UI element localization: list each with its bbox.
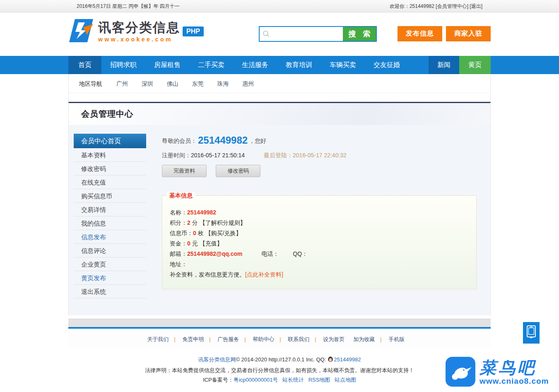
watermark-title: 菜鸟吧 [479,359,549,377]
search-icon [263,30,270,39]
footer-link[interactable]: 设为首页 [323,336,345,342]
stat-link[interactable]: RSS地图 [308,377,330,383]
coin-value: 0 [193,230,196,236]
sidebar-item[interactable]: 退出系统 [74,285,146,298]
footer-link[interactable]: 关于我们 [147,336,169,342]
region-nav: 地区导航 广州 深圳 佛山 东莞 珠海 惠州 [69,74,490,93]
city-link[interactable]: 惠州 [242,74,254,93]
nav-right-items: 新闻 黄页 [429,56,491,74]
cniao8-watermark: 菜鸟吧 www.cniao8.com [440,353,559,392]
city-link[interactable]: 深圳 [142,74,153,93]
greeting: 尊敬的会员：251449982，您好 [162,134,481,145]
phone-icon [526,325,537,341]
icp-number: 粤icp000000001号 [234,377,278,383]
icp-line: ICP备案号：粤icp000000001号 站长统计 RSS地图 站点地图 [68,375,491,384]
tip-row: 补全资料，发布信息更方便。[点此补全资料] [170,269,469,280]
footer-link[interactable]: 联系我们 [288,336,309,342]
sidebar-item[interactable]: 企业黄页 [74,257,146,271]
panel-title: 基本信息 [166,192,195,200]
stat-link[interactable]: 站点地图 [335,377,356,383]
mobile-version-button[interactable] [523,322,540,344]
footer-link[interactable]: 帮助中心 [253,336,274,342]
qq-number-link[interactable]: 251449982 [334,356,361,363]
welcome-area: 欢迎你：251449982 [会员管理中心] [退出] [388,3,482,10]
city-link[interactable]: 东莞 [192,74,204,93]
nav-item[interactable]: 生活服务 [233,56,277,74]
watermark-url: www.cniao8.com [479,377,549,386]
email-row: 邮箱：251449982@qq.com 电话： QQ： [170,249,469,259]
score-row: 积分：2 分【了解积分规则】 [170,218,469,228]
times-row: 注册时间：2016-05-17 21:50:14 最后登陆：2016-05-17… [162,152,481,159]
buy-coin-link[interactable]: 【购买/兑换】 [205,230,242,236]
name-value: 251449982 [187,209,216,216]
welcome-text: 欢迎你：251449982 [390,3,434,9]
member-center-link[interactable]: [会员管理中心] [436,3,468,9]
score-rules-link[interactable]: 【了解积分规则】 [200,219,246,226]
nav-items: 首页 招聘求职 房屋租售 二手买卖 生活服务 教育培训 车辆买卖 交友征婚 [68,56,409,74]
legal-line: 法律声明：本站免费提供信息交流，交易者自行分辨信息真假，如有损失，本站概不负责。… [68,366,491,375]
top-bar: 2016年5月17日 星期二 丙申【猴】年 四月十一 欢迎你：251449982… [0,0,559,12]
search-box: 搜 索 [259,26,377,42]
complete-profile-link[interactable]: [点此补全资料] [245,271,283,278]
copyright-section: 讯客分类信息网© 2014-2020 http://127.0.0.1 Inc.… [68,349,491,384]
address-row: 地址： [170,259,469,269]
nav-item[interactable]: 二手买卖 [189,56,233,74]
sidebar-item[interactable]: 购买信息币 [74,189,146,203]
footer-link[interactable]: 加为收藏 [353,336,375,342]
region-nav-label[interactable]: 地区导航 [79,80,102,87]
member-main: 尊敬的会员：251449982，您好 注册时间：2016-05-17 21:50… [162,134,481,289]
site-link[interactable]: 讯客分类信息网 [198,356,236,363]
region-band: 地区导航 广州 深圳 佛山 东莞 珠海 惠州 [68,74,491,102]
content-area: 会员中心首页 基本资料 修改密码 在线充值 购买信息币 交易详情 我的信息 信息… [68,125,491,315]
change-password-button[interactable]: 修改密码 [216,165,260,177]
sidebar-item[interactable]: 交易详情 [74,203,146,216]
search-input[interactable] [260,27,343,41]
city-link[interactable]: 佛山 [167,74,178,93]
sidebar-item[interactable]: 黄页发布 [74,271,146,285]
city-link[interactable]: 珠海 [217,74,229,93]
footer-link[interactable]: 手机版 [388,336,405,342]
score-value: 2 [187,219,190,226]
page-title-bar: 会员管理中心 [68,102,491,125]
basic-info-panel: 基本信息 名称：251449982 积分：2 分【了解积分规则】 信息币：0 枚… [162,195,477,289]
sidebar-item[interactable]: 会员中心首页 [74,134,146,148]
merchant-join-button[interactable]: 商家入驻 [446,26,491,41]
nav-item[interactable]: 首页 [68,56,101,74]
post-info-button[interactable]: 发布信息 [398,26,442,41]
sidebar-item[interactable]: 在线充值 [74,176,146,189]
member-id: 251449982 [198,135,248,146]
date-text: 2016年5月17日 星期二 丙申【猴】年 四月十一 [77,3,180,10]
footer-link[interactable]: 广告服务 [217,336,239,342]
last-login: 最后登陆：2016-05-17 22:40:32 [264,152,347,159]
sidebar-item[interactable]: 我的信息 [74,216,146,230]
nav-item[interactable]: 新闻 [429,56,459,74]
qq-icon [328,356,333,365]
php-badge: PHP [182,26,205,37]
money-row: 资金：0 元【充值】 [170,238,469,249]
city-link[interactable]: 广州 [116,74,128,93]
nav-item[interactable]: 招聘求职 [101,56,145,74]
recharge-link[interactable]: 【充值】 [200,240,223,247]
nav-item[interactable]: 车辆买卖 [321,56,365,74]
copyright-line: 讯客分类信息网© 2014-2020 http://127.0.0.1 Inc.… [68,355,491,365]
nav-item[interactable]: 教育培训 [277,56,321,74]
footer-gray-bar [68,319,491,327]
email-value: 251449982@qq.com [187,250,243,257]
sidebar-item[interactable]: 信息评论 [74,244,146,257]
coin-row: 信息币：0 枚【购买/兑换】 [170,228,469,238]
stat-link[interactable]: 站长统计 [282,377,304,383]
logout-link[interactable]: [退出] [470,3,482,9]
nav-item[interactable]: 交友征婚 [365,56,409,74]
nav-item[interactable]: 房屋租售 [145,56,189,74]
footer-link[interactable]: 免责申明 [182,336,204,342]
nav-item[interactable]: 黄页 [459,56,491,74]
search-button[interactable]: 搜 索 [343,27,376,41]
page-title: 会员管理中心 [81,108,133,120]
member-sidebar: 会员中心首页 基本资料 修改密码 在线充值 购买信息币 交易详情 我的信息 信息… [74,134,146,298]
complete-profile-button[interactable]: 完善资料 [162,165,207,177]
sidebar-item[interactable]: 信息发布 [74,230,146,244]
site-logo[interactable]: 讯客分类信息 PHP www.xookee.com [69,17,205,46]
sidebar-item[interactable]: 基本资料 [74,148,146,162]
site-header: 讯客分类信息 PHP www.xookee.com 搜 索 发布信息 商家入驻 [0,12,559,56]
sidebar-item[interactable]: 修改密码 [74,162,146,176]
